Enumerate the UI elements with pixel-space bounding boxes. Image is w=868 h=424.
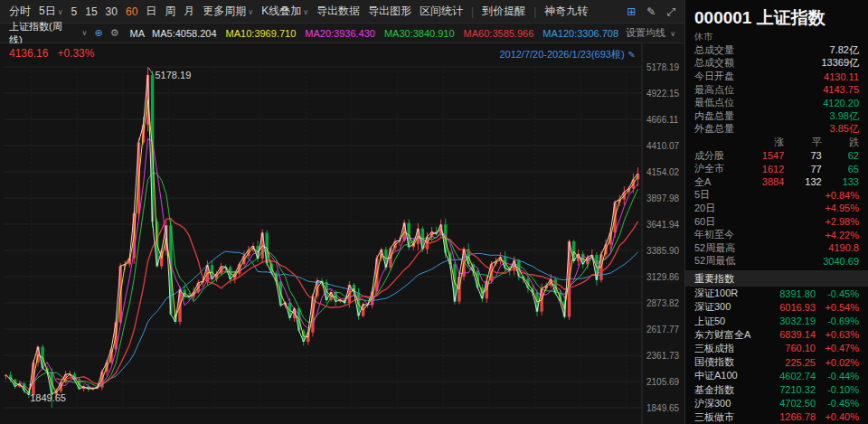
chart-canvas[interactable]: 5178.194922.154666.114410.074154.023897.…: [0, 43, 684, 424]
toolbar-item[interactable]: 更多周期∨: [203, 4, 253, 19]
ma-legend-item: MA20:3936.430: [305, 28, 375, 39]
toolbar-item[interactable]: 60: [126, 5, 137, 18]
market-status: 休市: [685, 31, 868, 43]
index-row[interactable]: 三板成指760.10+0.47%: [685, 342, 868, 355]
perf-label: 52周最高: [694, 241, 735, 255]
stat-value: 3.85亿: [830, 122, 859, 136]
svg-text:2361.73: 2361.73: [646, 351, 680, 361]
layout-icon[interactable]: ⊞: [627, 5, 636, 18]
ma-legend-item: MA5:4058.204: [152, 28, 217, 39]
stat-row: 最低点位4120.20: [685, 96, 868, 109]
index-value: 760.10: [763, 343, 816, 353]
index-name: 三板成指: [694, 342, 763, 355]
index-row[interactable]: 深证100R8391.80-0.45%: [685, 287, 868, 300]
chart-header: 上证指数(周线) ∨ ⊕ ⚙ MA MA5:4058.204MA10:3969.…: [0, 24, 684, 43]
index-row[interactable]: 基金指数7210.32-0.10%: [685, 382, 868, 396]
index-value: 6016.93: [763, 302, 816, 313]
date-range-control[interactable]: 2012/7/20-2026/1/23(693根)✎: [499, 48, 636, 61]
index-row[interactable]: 沪深3004702.50-0.45%: [685, 397, 868, 410]
svg-text:3897.98: 3897.98: [646, 193, 680, 203]
chevron-down-icon: ∨: [248, 8, 253, 16]
index-row[interactable]: 东方财富全A6839.14+0.63%: [685, 328, 868, 342]
stat-value: 7.82亿: [830, 43, 859, 57]
perf-value: 4190.8: [828, 242, 859, 253]
toolbar-item[interactable]: 周: [165, 4, 175, 19]
toolbar-item[interactable]: 区间统计: [420, 4, 463, 19]
index-value: 225.25: [763, 357, 816, 368]
indices-header: 重要指数: [685, 270, 868, 287]
svg-text:2105.69: 2105.69: [646, 377, 680, 387]
perf-value: +4.95%: [825, 203, 859, 213]
index-row[interactable]: 上证503032.19-0.69%: [685, 315, 868, 328]
toolbar-item[interactable]: 30: [106, 5, 118, 18]
chart-title[interactable]: 上证指数(周线): [9, 20, 73, 47]
ma-legend-item: MA60:3585.966: [464, 28, 534, 39]
perf-label: 5日: [694, 188, 710, 202]
toolbar-item[interactable]: 导出图形: [368, 4, 411, 19]
breadth-row: 成分股15477362: [685, 149, 868, 163]
index-row[interactable]: 三板做市1266.78+0.40%: [685, 410, 868, 424]
toolbar-item[interactable]: 5日∨: [39, 4, 63, 19]
breadth-name: 沪全市: [694, 162, 747, 175]
index-change: -0.69%: [816, 316, 859, 326]
stat-label: 总成交量: [694, 43, 734, 57]
index-name: 深证300: [694, 300, 763, 314]
stat-value: 3.98亿: [830, 109, 859, 123]
toolbar-item[interactable]: 日: [146, 4, 156, 19]
stat-row: 最高点位4143.75: [685, 83, 868, 97]
stat-label: 总成交额: [694, 56, 734, 70]
svg-text:5178.19: 5178.19: [646, 62, 680, 72]
quote-name: 上证指数: [757, 8, 826, 27]
perf-row: 60日+2.98%: [685, 215, 868, 229]
perf-label: 20日: [694, 202, 715, 215]
app-window: 分时5日∨5153060日周月更多周期∨K线叠加∨导出数据导出图形区间统计|到价…: [0, 0, 868, 424]
breadth-up: 1547: [747, 150, 784, 161]
toolbar-item[interactable]: 导出数据: [316, 4, 360, 19]
compare-icon[interactable]: ⊕: [94, 27, 102, 39]
index-name: 深证100R: [694, 287, 763, 300]
stat-value: 4143.75: [823, 84, 859, 95]
stat-label: 今日开盘: [694, 70, 734, 83]
toolbar-item[interactable]: 分时: [9, 4, 31, 19]
toolbar-item[interactable]: K线叠加∨: [261, 4, 308, 19]
index-name: 三板做市: [694, 410, 763, 424]
perf-value: +4.22%: [825, 230, 859, 240]
toolbar-item[interactable]: 月: [184, 4, 194, 19]
index-row[interactable]: 深证3006016.93+0.54%: [685, 300, 868, 314]
index-name: 中证A100: [694, 369, 763, 382]
stat-row: 内盘总量3.98亿: [685, 109, 868, 123]
stat-label: 最低点位: [694, 96, 734, 109]
index-row[interactable]: 国债指数225.25+0.02%: [685, 355, 868, 369]
perf-label: 60日: [694, 215, 715, 229]
toolbar-item[interactable]: 15: [85, 5, 97, 18]
stat-row: 外盘总量3.85亿: [685, 123, 868, 137]
fullscreen-icon[interactable]: ⤢: [666, 5, 675, 18]
draw-icon[interactable]: ✎: [646, 5, 656, 18]
ma-settings-button[interactable]: 设置均线 ∨: [626, 26, 675, 40]
edit-range-icon[interactable]: ✎: [628, 50, 636, 60]
stat-value: 13369亿: [821, 56, 859, 70]
toolbar-item[interactable]: 5: [71, 5, 78, 18]
ma-legend-item: MA120:3306.708: [542, 28, 618, 39]
index-value: 4602.74: [763, 371, 816, 382]
perf-row: 5日+0.84%: [685, 189, 868, 203]
toolbar-item[interactable]: 神奇九转: [544, 4, 588, 19]
indicator-settings-icon[interactable]: ⚙: [110, 27, 119, 39]
ma-legend-item: MA30:3840.910: [384, 28, 455, 39]
perf-label: 52周最低: [694, 254, 735, 268]
toolbar-item[interactable]: 到价提醒: [482, 4, 525, 19]
perf-label: 年初至今: [694, 228, 734, 241]
index-row[interactable]: 中证A1004602.74-0.44%: [685, 369, 868, 382]
candlestick-chart[interactable]: 5178.194922.154666.114410.074154.023897.…: [0, 43, 685, 424]
chart-area: 4136.16+0.33% 2012/7/20-2026/1/23(693根)✎…: [0, 43, 684, 424]
breadth-up: 3884: [747, 176, 784, 187]
index-name: 东方财富全A: [694, 328, 763, 342]
breadth-header-row: 涨平跌: [685, 136, 868, 149]
breadth-header: 涨: [747, 136, 784, 149]
breadth-flat: 132: [784, 176, 821, 187]
performance-list: 5日+0.84%20日+4.95%60日+2.98%年初至今+4.22%52周最…: [685, 189, 868, 269]
index-change: -0.44%: [816, 371, 859, 382]
svg-text:4666.11: 4666.11: [646, 115, 679, 125]
breadth-table: 涨平跌成分股15477362沪全市16127765全A3884132133: [685, 136, 868, 188]
peak-annotation: 5178.19: [156, 70, 192, 80]
